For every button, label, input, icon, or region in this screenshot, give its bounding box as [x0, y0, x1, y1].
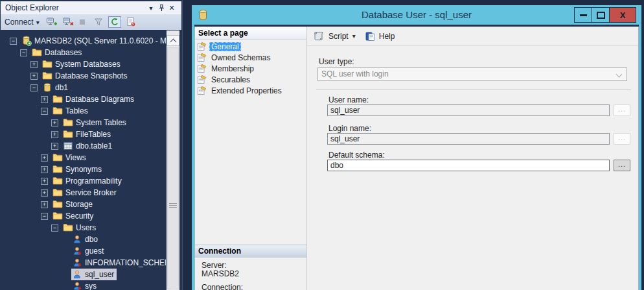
tree-item-filetables[interactable]: +FileTables: [1, 128, 166, 140]
close-panel-button[interactable]: ✕: [167, 3, 177, 13]
collapse-icon[interactable]: −: [20, 49, 27, 56]
expander-spacer: [62, 260, 67, 266]
tree-item-system-tables[interactable]: +System Tables: [1, 117, 166, 128]
expand-icon[interactable]: +: [41, 154, 48, 162]
dialog-titlebar: Database User - sql_user X: [192, 5, 641, 25]
tree-item-marsdb2-sql-server-11-0-6020-mar[interactable]: −MARSDB2 (SQL Server 11.0.6020 - MARSD: [1, 35, 166, 47]
expand-icon[interactable]: +: [41, 178, 48, 185]
select-page-header: Select a page: [195, 27, 306, 40]
filter-button[interactable]: [93, 17, 104, 27]
expand-icon[interactable]: +: [51, 143, 58, 150]
chevron-down-icon: ▾: [36, 19, 40, 26]
tree-item-tables[interactable]: −Tables: [1, 105, 166, 117]
refresh-button[interactable]: [108, 16, 121, 28]
tree-item-content: Storage: [52, 199, 95, 210]
folder-icon: [52, 199, 63, 210]
help-book-icon: [365, 31, 376, 42]
folder-icon: [52, 176, 63, 186]
expand-icon[interactable]: +: [51, 131, 58, 138]
tree-item-information-schema[interactable]: INFORMATION_SCHEMA: [1, 257, 166, 269]
tree-item-dbo[interactable]: dbo: [1, 234, 166, 245]
tree-item-databases[interactable]: −Databases: [1, 47, 166, 58]
page-item-general[interactable]: General: [195, 41, 306, 52]
expand-icon[interactable]: +: [51, 119, 58, 127]
expand-icon[interactable]: +: [41, 166, 48, 173]
tree-item-security[interactable]: −Security: [1, 210, 166, 222]
object-explorer-title: Object Explorer: [5, 3, 146, 12]
tree-item-db1[interactable]: −db1: [1, 82, 166, 93]
collapse-icon[interactable]: −: [30, 84, 38, 91]
expand-icon[interactable]: +: [41, 189, 48, 197]
filter-icon: [93, 17, 104, 27]
server-icon: [21, 36, 32, 46]
page-item-owned-schemas[interactable]: Owned Schemas: [195, 52, 306, 63]
expand-icon[interactable]: +: [30, 73, 38, 80]
page-icon: [197, 42, 207, 51]
close-button[interactable]: X: [609, 7, 636, 23]
page-item-label: Owned Schemas: [209, 53, 272, 62]
tree-item-system-databases[interactable]: +System Databases: [1, 58, 166, 70]
collapse-icon[interactable]: −: [41, 213, 48, 220]
page-item-membership[interactable]: Membership: [195, 63, 306, 74]
table-icon: [63, 141, 73, 151]
user-deny-icon: [72, 246, 82, 256]
page-item-extended-properties[interactable]: Extended Properties: [195, 85, 306, 96]
connect-button[interactable]: Connect ▾: [5, 18, 40, 27]
tree-item-users[interactable]: −Users: [1, 222, 166, 234]
tree-item-programmability[interactable]: +Programmability: [1, 175, 166, 187]
tree-item-label: Database Diagrams: [65, 95, 134, 104]
collapse-icon[interactable]: −: [51, 224, 58, 232]
collapse-icon[interactable]: −: [10, 38, 17, 45]
tree-item-content: Users: [62, 222, 98, 234]
stop-icon: [78, 18, 86, 26]
tree-item-label: System Tables: [76, 118, 126, 127]
dialog-body: Select a page GeneralOwned SchemasMember…: [194, 25, 639, 290]
scroll-up-button[interactable]: [167, 35, 179, 46]
tree-item-label: INFORMATION_SCHEMA: [85, 258, 166, 267]
expand-icon[interactable]: +: [41, 201, 48, 208]
folder-icon: [52, 211, 63, 221]
tree-item-sys[interactable]: sys: [1, 280, 166, 290]
tree-item-label: dbo.table1: [76, 141, 112, 151]
expand-icon[interactable]: +: [30, 61, 38, 68]
script-report-button[interactable]: [126, 17, 136, 27]
tree-item-storage[interactable]: +Storage: [1, 199, 166, 210]
tree-item-label: Synonyms: [65, 165, 102, 174]
tree-item-database-diagrams[interactable]: +Database Diagrams: [1, 93, 166, 105]
tree-item-service-broker[interactable]: +Service Broker: [1, 187, 166, 199]
tree-item-guest[interactable]: guest: [1, 245, 166, 257]
window-position-button[interactable]: ▾: [146, 3, 156, 13]
dialog-toolbar: Script ▾ Help: [307, 27, 638, 46]
help-button[interactable]: Help: [362, 30, 398, 43]
maximize-button[interactable]: [592, 7, 610, 23]
collapse-icon[interactable]: −: [41, 108, 48, 115]
default-schema-browse-button[interactable]: ...: [614, 160, 630, 171]
tree-item-content: System Tables: [62, 117, 129, 128]
tree-item-content: Databases: [31, 47, 84, 58]
scroll-thumb[interactable]: [167, 47, 179, 289]
script-error-icon: [126, 17, 136, 27]
tree-item-database-snapshots[interactable]: +Database Snapshots: [1, 70, 166, 82]
default-schema-field[interactable]: [327, 160, 610, 171]
default-schema-label: Default schema:: [328, 151, 385, 160]
folder-icon: [52, 106, 63, 116]
tree-item-content: INFORMATION_SCHEMA: [71, 257, 166, 269]
disconnect-server-button[interactable]: [62, 17, 74, 27]
user-type-value: SQL user with login: [321, 69, 389, 79]
tree-item-synonyms[interactable]: +Synonyms: [1, 163, 166, 175]
tree-item-views[interactable]: +Views: [1, 152, 166, 163]
pin-button[interactable]: [156, 3, 167, 13]
page-item-securables[interactable]: Securables: [195, 74, 306, 85]
expand-icon[interactable]: +: [41, 96, 48, 103]
minimize-button[interactable]: [574, 7, 592, 23]
tree-item-sql-user[interactable]: sql_user: [1, 269, 166, 280]
connect-server-button[interactable]: [46, 17, 58, 27]
page-icon: [197, 75, 207, 84]
folder-icon: [42, 59, 52, 69]
script-button[interactable]: Script: [310, 30, 351, 43]
script-dropdown-button[interactable]: ▾: [352, 32, 356, 40]
tree-item-dbo-table1[interactable]: +dbo.table1: [1, 140, 166, 152]
tree-item-content: MARSDB2 (SQL Server 11.0.6020 - MARSD: [21, 35, 166, 47]
tree-scrollbar[interactable]: [167, 30, 179, 290]
tree-item-label: dbo: [85, 235, 98, 244]
